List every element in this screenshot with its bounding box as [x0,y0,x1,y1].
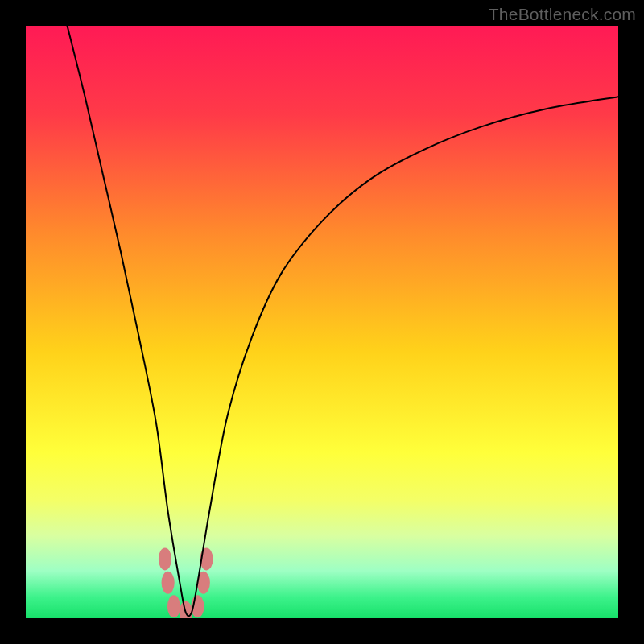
watermark-text: TheBottleneck.com [489,5,636,24]
bottleneck-curve [68,26,618,616]
chart-frame: TheBottleneck.com [0,0,644,644]
highlight-blob [162,572,175,594]
curve-layer [26,26,618,618]
highlight-blob [167,595,180,617]
plot-area [26,26,618,618]
highlight-markers [159,547,213,618]
highlight-blob [159,547,171,570]
